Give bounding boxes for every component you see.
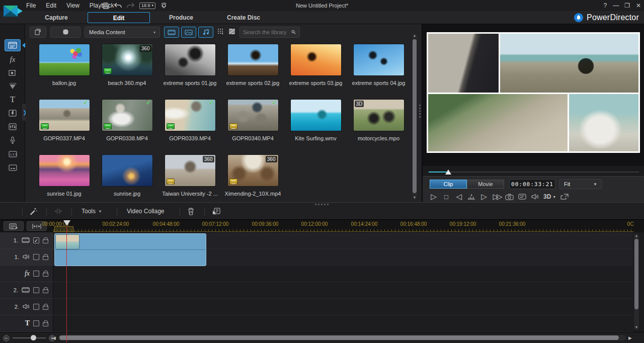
lock-icon[interactable]	[43, 322, 48, 326]
collage-cell-bottom-right[interactable]	[569, 94, 638, 151]
tools-dropdown[interactable]: Tools ▼	[82, 203, 102, 220]
plugins-button[interactable]	[50, 27, 80, 38]
stop-button[interactable]: □	[442, 193, 450, 201]
title-room-icon[interactable]: T	[5, 94, 21, 106]
range-select-icon[interactable]	[212, 203, 220, 220]
magic-tools-icon[interactable]	[29, 203, 38, 220]
media-item[interactable]: ✓ GOPR0339.MP4	[158, 100, 221, 155]
menu-view[interactable]: View	[66, 2, 79, 9]
audio-track-2-lane[interactable]	[53, 299, 633, 315]
track-header-audio-1[interactable]: 1.	[0, 249, 53, 266]
save-icon[interactable]	[103, 3, 109, 9]
zoom-fit-dropdown[interactable]: Fit ▼	[559, 179, 602, 189]
video-collage-button[interactable]: Video Collage	[127, 203, 165, 220]
tab-edit[interactable]: Edit	[88, 12, 150, 23]
scroll-left-icon[interactable]: ◀	[52, 335, 56, 340]
settings-gear-icon[interactable]	[160, 2, 168, 9]
tab-produce[interactable]: Produce	[150, 12, 212, 23]
audio-mixing-room-icon[interactable]	[5, 121, 21, 133]
zoom-out-button[interactable]: −	[3, 335, 10, 341]
lock-icon[interactable]	[43, 306, 48, 310]
media-item[interactable]: ✓ GOPR0337.MP4	[33, 100, 96, 155]
collage-cell-top-right[interactable]	[500, 34, 638, 93]
notification-bell-icon[interactable]	[574, 13, 583, 22]
media-item[interactable]: extreme sports 01.jpg	[158, 44, 221, 100]
timeline-scrollbar[interactable]: ▲ ▼	[634, 233, 639, 330]
track-enable-checkbox[interactable]: ✓	[33, 237, 39, 243]
collage-cell-bottom-left[interactable]	[428, 94, 568, 151]
volume-speaker-icon[interactable]	[531, 194, 539, 200]
media-item[interactable]: extreme sports 02.jpg	[221, 44, 284, 100]
menu-edit[interactable]: Edit	[46, 2, 56, 9]
menu-file[interactable]: File	[26, 2, 36, 9]
play-button[interactable]: ▷	[430, 192, 438, 201]
next-frame-button[interactable]: ▷	[480, 192, 488, 201]
voice-over-room-icon[interactable]	[5, 134, 21, 146]
zoom-slider[interactable]	[13, 337, 46, 338]
tab-capture[interactable]: Capture	[25, 12, 88, 23]
horizontal-scrollbar-thumb[interactable]	[59, 335, 619, 340]
library-scrollbar[interactable]: ▲ ▼	[412, 33, 417, 200]
scroll-up-icon[interactable]: ▲	[412, 33, 417, 38]
filter-music-button[interactable]	[198, 27, 213, 38]
track-enable-checkbox[interactable]	[33, 271, 39, 277]
scroll-down-icon[interactable]: ▼	[634, 325, 639, 330]
undock-preview-icon[interactable]	[560, 194, 569, 200]
undo-icon[interactable]	[114, 3, 122, 9]
help-button[interactable]: ?	[603, 2, 607, 9]
timecode-display[interactable]: 00:00:33:21	[509, 179, 555, 189]
preview-seek-bar[interactable]	[429, 169, 639, 175]
fast-forward-button[interactable]: ▷▷	[493, 192, 501, 201]
scroll-right-icon[interactable]: ▶	[628, 335, 632, 340]
close-button[interactable]: ✕	[636, 2, 641, 9]
lock-icon[interactable]	[43, 273, 48, 277]
library-menu-icon[interactable]	[217, 28, 224, 37]
timeline-ruler[interactable]: 00:00:00:00 00:02:24:00 00:04:48:00 00:0…	[0, 219, 644, 232]
track-enable-checkbox[interactable]	[33, 287, 39, 293]
lock-icon[interactable]	[43, 256, 48, 260]
chapter-room-icon[interactable]: 1 2 3	[5, 148, 21, 160]
filter-video-button[interactable]	[164, 27, 179, 38]
media-item[interactable]: ✓ GOPR0340.MP4	[221, 100, 284, 155]
panel-splitter-handle[interactable]	[419, 105, 421, 118]
track-header-audio-2[interactable]: 2.	[0, 299, 53, 315]
library-scrollbar-thumb[interactable]	[413, 39, 417, 193]
media-item[interactable]: ballon.jpg	[33, 44, 96, 100]
transition-room-icon[interactable]	[5, 107, 21, 119]
track-header-effect[interactable]: fx	[0, 266, 53, 282]
lock-icon[interactable]	[43, 239, 48, 243]
effect-track-lane[interactable]	[53, 266, 633, 282]
media-item[interactable]: 360 beach 360.mp4	[96, 44, 158, 100]
media-item[interactable]: 3D motorcycles.mpo	[347, 100, 410, 155]
media-room-icon[interactable]	[5, 39, 21, 51]
playhead-marker[interactable]	[63, 220, 71, 227]
aspect-ratio-dropdown[interactable]: 16:9▾	[139, 3, 155, 9]
pip-objects-room-icon[interactable]	[5, 67, 21, 79]
media-item[interactable]: ✓ GOPR0338.MP4	[96, 100, 158, 155]
title-track-lane[interactable]	[53, 315, 633, 332]
split-clip-icon[interactable]	[53, 203, 63, 220]
restore-button[interactable]: ❐	[624, 2, 630, 9]
timeline-clip[interactable]	[54, 233, 206, 266]
track-manager-button[interactable]	[4, 221, 24, 231]
previous-frame-button[interactable]: ◁	[455, 192, 463, 201]
track-enable-checkbox[interactable]	[33, 304, 39, 310]
3d-mode-button[interactable]: 3D▼	[543, 193, 556, 200]
detach-library-icon[interactable]	[228, 28, 235, 37]
track-header-video-1[interactable]: 1. ✓	[0, 232, 53, 249]
media-item[interactable]: Kite Surfing.wmv	[284, 100, 347, 155]
seek-handle[interactable]	[445, 169, 451, 175]
collage-cell-top-left[interactable]	[428, 34, 499, 93]
subtitle-room-icon[interactable]	[5, 161, 21, 174]
media-item[interactable]: extreme sports 04.jpg	[347, 44, 410, 100]
search-icon[interactable]: 🔍︎	[291, 29, 296, 35]
track-enable-checkbox[interactable]	[33, 254, 39, 260]
preview-quality-icon[interactable]	[518, 194, 526, 200]
search-input[interactable]	[243, 29, 291, 35]
minimize-button[interactable]: —	[613, 2, 618, 9]
video-collage-preview[interactable]	[427, 32, 640, 153]
timeline-splitter-handle[interactable]	[315, 204, 329, 205]
step-marker-button[interactable]	[467, 194, 475, 200]
snapshot-camera-icon[interactable]	[505, 194, 514, 200]
media-content-dropdown[interactable]: Media Content ▾	[85, 27, 160, 38]
